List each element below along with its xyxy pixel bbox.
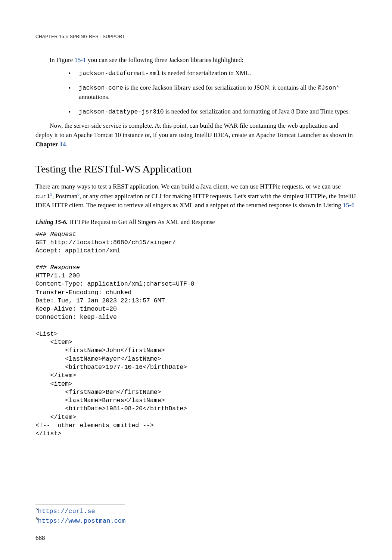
code-comment: ### Response <box>35 264 80 271</box>
p3-a: There are many ways to test a REST appli… <box>35 183 341 190</box>
code-token: jackson-core <box>79 84 123 91</box>
body-paragraph: Now, the server-side service is complete… <box>35 121 357 149</box>
listing-caption: Listing 15-6. HTTPie Request to Get All … <box>35 218 357 227</box>
page-number: 688 <box>35 533 45 543</box>
listing-ref-link[interactable]: 15-6 <box>343 202 354 209</box>
para2-a: Now, the server-side service is complete… <box>35 122 353 139</box>
footnote-mark: 6 <box>35 517 38 521</box>
chapter-ref-link[interactable]: 14 <box>59 141 66 148</box>
bullet-list: jackson-dataformat-xml is needed for ser… <box>35 69 357 116</box>
bullet-text-a: is the core Jackson library used for ser… <box>123 84 318 91</box>
chapter-word: Chapter <box>35 141 59 148</box>
footnote-6: 6https://www.postman.com <box>35 516 357 526</box>
p3-b: , Postman <box>52 192 77 199</box>
bullet-text: is needed for serialization to XML. <box>160 69 251 77</box>
code-line: Accept: application/xml <box>35 247 121 254</box>
intro-text-a: In Figure <box>49 56 74 63</box>
code-block: ### Request GET http://localhost:8080/ch… <box>35 230 357 438</box>
list-item: jackson-dataformat-xml is needed for ser… <box>68 69 357 78</box>
footnote-5: 5https://curl.se <box>35 507 357 516</box>
code-token: curl <box>35 193 50 200</box>
footnote-link[interactable]: https://curl.se <box>38 507 95 514</box>
header-chapter: Chapter 15 <box>35 34 64 39</box>
bullet-text-b: annotations. <box>79 93 110 100</box>
intro-text-b: you can see the following three Jackson … <box>86 56 244 63</box>
code-token: @Json* <box>318 84 340 91</box>
intro-paragraph: In Figure 15-1 you can see the following… <box>35 56 357 65</box>
code-xml: <List> <item> <firstName>John</firstName… <box>35 330 187 437</box>
figure-ref-link[interactable]: 15-1 <box>74 56 86 63</box>
listing-caption-text: HTTPie Request to Get All Singers As XML… <box>68 218 215 225</box>
code-token: jackson-datatype-jsr310 <box>79 108 164 115</box>
header-separator-icon: ■ <box>66 34 69 39</box>
section-heading: Testing the RESTful-WS Application <box>35 162 357 177</box>
listing-label: Listing 15-6. <box>35 218 68 225</box>
p3-c: , or any other application or CLI for ma… <box>35 192 356 209</box>
footnote-rule <box>35 504 125 504</box>
para2-period: . <box>66 141 67 148</box>
code-comment: ### Request <box>35 231 76 238</box>
code-token: jackson-dataformat-xml <box>79 70 160 77</box>
list-item: jackson-datatype-jsr310 is needed for se… <box>68 107 357 116</box>
header-title: Spring Rest Support <box>70 34 125 39</box>
footnotes: 5https://curl.se 6https://www.postman.co… <box>35 504 357 526</box>
list-item: jackson-core is the core Jackson library… <box>68 83 357 102</box>
body-paragraph: There are many ways to test a REST appli… <box>35 182 357 210</box>
footnote-link[interactable]: https://www.postman.com <box>38 517 126 525</box>
bullet-text: is needed for serialization and formatti… <box>164 108 350 115</box>
code-line: GET http://localhost:8080/ch15/singer/ <box>35 239 176 246</box>
footnote-mark: 5 <box>35 507 38 511</box>
page: Chapter 15 ■ Spring Rest Support In Figu… <box>0 0 392 560</box>
running-header: Chapter 15 ■ Spring Rest Support <box>35 34 357 40</box>
code-lines: HTTP/1.1 200 Content-Type: application/x… <box>35 272 195 321</box>
